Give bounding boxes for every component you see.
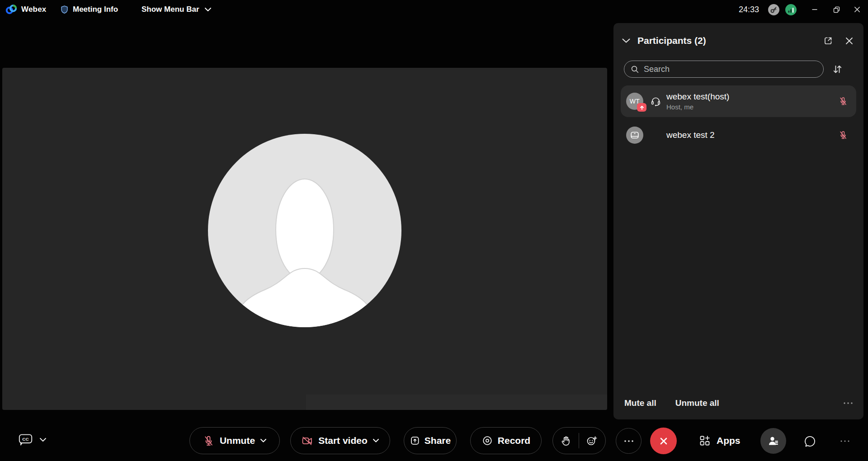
raise-hand-icon[interactable] [561,435,572,447]
record-button[interactable]: Record [470,427,542,454]
cc-chevron-down-icon[interactable] [39,437,47,442]
share-label: Share [425,435,451,446]
toolbar-overflow-button[interactable] [837,437,853,446]
divider [579,433,579,448]
participant-avatar-placeholder [208,134,401,327]
close-x-icon [658,435,670,447]
avatar [626,127,643,144]
participant-search-input[interactable] [644,65,817,74]
meeting-info-label: Meeting Info [73,5,118,14]
meeting-info-button[interactable]: Meeting Info [60,0,118,19]
chat-bubble-icon [803,434,817,448]
participants-icon [767,434,780,448]
participants-toggle-button[interactable] [760,428,786,454]
main-video-tile[interactable] [2,68,607,410]
participant-name: webex test 2 [666,130,715,141]
mute-all-button[interactable]: Mute all [624,398,656,408]
window-minimize-button[interactable] [805,0,825,19]
unmute-chevron-icon[interactable] [260,438,267,443]
video-hover-strip [306,395,607,410]
avatar: WT [626,93,643,110]
start-video-button[interactable]: Start video [290,427,390,454]
pop-out-panel-icon[interactable] [823,36,833,46]
webex-meeting-window: Webex Meeting Info Show Menu Bar 24:33 [0,0,868,461]
show-menu-bar-label: Show Menu Bar [142,5,199,14]
muted-mic-icon[interactable] [838,96,848,106]
reactions-group [552,427,606,454]
encryption-key-badge[interactable] [768,4,779,15]
webex-logo-icon [5,4,17,15]
participant-role: Host, me [666,103,729,112]
titlebar: Webex Meeting Info Show Menu Bar 24:33 [0,0,868,19]
meeting-timer: 24:33 [739,0,759,19]
window-restore-button[interactable] [826,0,846,19]
record-label: Record [498,435,530,446]
brand: Webex [5,0,47,19]
chevron-down-icon [204,7,212,12]
chat-button[interactable] [801,433,818,450]
search-icon [631,65,639,74]
signal-bars-icon [788,7,794,13]
record-icon [481,435,493,447]
shield-icon [60,5,69,14]
start-video-label: Start video [318,435,368,446]
cc-glyph: CC [22,437,28,442]
closed-captions-icon: CC [18,433,33,447]
headset-icon [650,96,661,107]
participant-row-host[interactable]: WT w [621,85,856,117]
key-icon [770,6,778,14]
reactions-smiley-icon[interactable] [586,435,598,447]
participant-search-box[interactable] [624,61,824,78]
share-screen-icon [410,435,420,446]
muted-mic-icon [203,435,215,447]
app-title: Webex [21,5,47,14]
collapse-chevron-icon[interactable] [622,38,631,43]
camera-off-icon [301,435,313,447]
more-options-button[interactable] [616,428,642,454]
closed-captions-control[interactable]: CC [18,433,47,447]
participant-name: webex test(host) [666,91,729,102]
participants-panel-title: Participants (2) [637,35,706,46]
apps-label: Apps [717,435,741,446]
unmute-button[interactable]: Unmute [189,427,280,454]
sharing-badge-icon [637,103,646,112]
window-close-button[interactable] [847,0,867,19]
unmute-all-button[interactable]: Unmute all [675,398,719,408]
participants-panel-footer: Mute all Unmute all [624,395,854,411]
device-icon [630,130,640,140]
participants-panel: Participants (2) [613,23,863,419]
muted-mic-icon[interactable] [838,130,848,140]
share-button[interactable]: Share [404,427,457,454]
apps-button[interactable]: Apps [699,427,741,454]
leave-meeting-button[interactable] [650,428,677,454]
close-panel-icon[interactable] [845,37,854,45]
participants-panel-header: Participants (2) [622,33,857,48]
apps-grid-icon [699,435,711,447]
panel-more-icon[interactable] [843,401,854,405]
unmute-label: Unmute [220,435,255,446]
participant-row-2[interactable]: webex test 2 [621,123,856,147]
start-video-chevron-icon[interactable] [373,438,379,443]
connection-quality-badge[interactable] [785,4,797,15]
show-menu-bar-button[interactable]: Show Menu Bar [142,0,212,19]
sort-participants-icon[interactable] [832,64,843,75]
